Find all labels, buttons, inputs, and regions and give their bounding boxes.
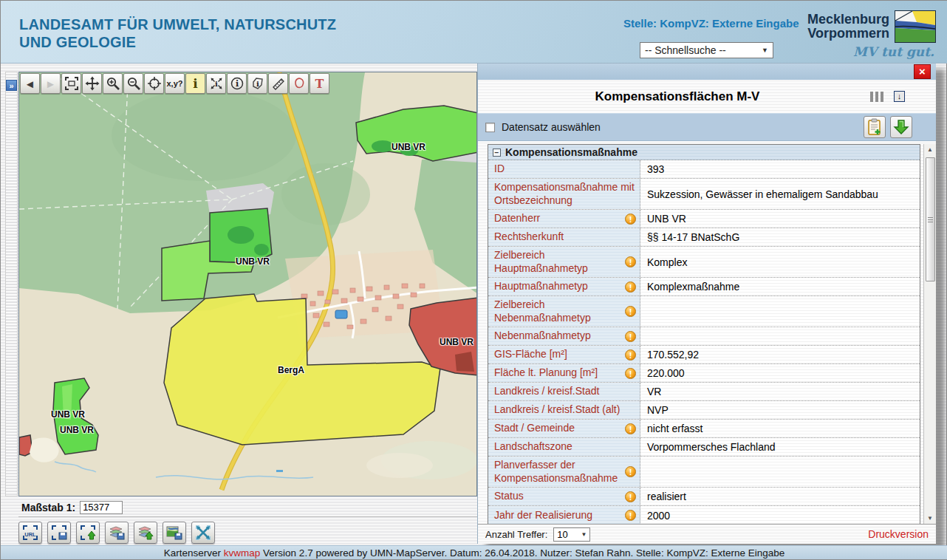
- field-label: Landkreis / kreisf.Stadt (alt): [494, 403, 636, 417]
- warning-icon[interactable]: !: [625, 368, 636, 379]
- field-value: §§ 14-17 BNatSchG: [640, 228, 920, 246]
- field-label: GIS-Fläche [m²]: [494, 348, 622, 361]
- field-label: Hauptmaßnahmetyp: [494, 280, 622, 293]
- map-canvas[interactable]: UNB VRUNB VRBergAUNB VRUNB VRUNB VR: [18, 72, 477, 496]
- coords-icon: x,y?: [166, 79, 182, 88]
- coords-query-button[interactable]: x,y?: [165, 73, 185, 94]
- svg-text:i: i: [256, 80, 259, 88]
- extent-url-button[interactable]: URL: [18, 522, 42, 544]
- clipboard-add-icon: [866, 118, 883, 136]
- back-arrow-icon: ◄: [24, 78, 35, 90]
- form-row: Nebenmaßnahmetyp!: [488, 327, 920, 346]
- columns-icon[interactable]: [870, 92, 883, 102]
- quick-search-select[interactable]: -- Schnellsuche -- ▼: [640, 42, 773, 58]
- zoom-out-icon: [126, 76, 141, 91]
- panel-topbar[interactable]: ×: [478, 64, 936, 80]
- attributes-panel: × Kompensationsflächen M-V ↓ Datensatz a…: [477, 64, 936, 544]
- mv-logo: Mecklenburg Vorpommern MV tut gut.: [807, 10, 936, 59]
- field-label-cell: Hauptmaßnahmetyp!: [488, 278, 640, 296]
- scale-input[interactable]: [80, 501, 123, 514]
- warning-icon[interactable]: !: [625, 306, 636, 317]
- sidebar-expand-button[interactable]: »: [6, 80, 17, 91]
- warning-icon[interactable]: !: [625, 281, 636, 293]
- extent-save-button[interactable]: [47, 522, 71, 544]
- copy-dataset-button[interactable]: [864, 116, 886, 138]
- collapse-panel-icon[interactable]: ↓: [894, 91, 905, 102]
- layers-load-button[interactable]: [134, 522, 157, 544]
- field-label: Zielbereich Hauptmaßnahmetyp: [494, 249, 622, 275]
- close-icon[interactable]: ×: [914, 64, 931, 79]
- map-image: [19, 72, 477, 496]
- map-resize-button[interactable]: [191, 522, 215, 544]
- info-polygon-button[interactable]: i: [247, 73, 267, 94]
- field-label: Planverfasser der Kompensationsmaßnahme: [494, 459, 622, 485]
- history-back-button[interactable]: ◄: [20, 73, 40, 94]
- field-label: Status: [494, 490, 622, 503]
- green-download-icon: [893, 119, 909, 135]
- info-extent-button[interactable]: i: [206, 73, 226, 94]
- warning-icon[interactable]: !: [625, 466, 636, 477]
- print-version-link[interactable]: Druckversion: [868, 528, 929, 540]
- warning-icon[interactable]: !: [625, 256, 636, 267]
- map-resize-icon: [194, 524, 212, 542]
- warning-icon[interactable]: !: [625, 510, 636, 521]
- warning-icon[interactable]: !: [625, 214, 636, 225]
- field-label-cell: Kompensationsmaßnahme mit Ortsbezeichnun…: [488, 179, 640, 209]
- info-query-button[interactable]: i: [185, 73, 205, 94]
- attributes-table: − Kompensationsmaßnahme ID393Kompensatio…: [488, 144, 920, 524]
- scroll-down-icon[interactable]: ▼: [927, 513, 933, 524]
- pan-icon: [85, 76, 100, 91]
- history-forward-button[interactable]: ►: [41, 73, 61, 94]
- info-circle-button[interactable]: i: [227, 73, 247, 94]
- logo-line1: Mecklenburg: [807, 13, 889, 27]
- chevron-down-icon: ▼: [581, 531, 587, 538]
- warning-icon[interactable]: !: [625, 423, 636, 434]
- crosshair-icon: [147, 76, 162, 91]
- center-map-button[interactable]: [144, 73, 164, 94]
- field-label-cell: Nebenmaßnahmetyp!: [488, 327, 640, 345]
- form-row: Landkreis / kreisf.Stadt (alt)NVP: [488, 401, 920, 420]
- field-label: Datenherr: [494, 212, 622, 225]
- section-header: − Kompensationsmaßnahme: [488, 145, 920, 160]
- field-label-cell: Stadt / Gemeinde!: [488, 420, 640, 437]
- svg-text:i: i: [215, 80, 218, 88]
- agency-title: LANDESAMT FÜR UMWELT, NATURSCHUTZ UND GE…: [19, 16, 366, 51]
- panel-header: Kompensationsflächen M-V ↓: [478, 80, 936, 113]
- hits-count-select[interactable]: 10 ▼: [553, 527, 590, 542]
- panel-scrollbar[interactable]: ▲ ▼: [923, 144, 936, 524]
- map-image-save-button[interactable]: [163, 522, 186, 544]
- text-tool-icon: T: [315, 77, 324, 91]
- field-label-cell: Fläche lt. Planung [m²]!: [488, 364, 640, 382]
- field-value: 2000: [640, 506, 920, 524]
- extent-url-icon: URL: [21, 524, 39, 542]
- zoom-out-button[interactable]: [123, 73, 143, 94]
- text-annotation-button[interactable]: T: [310, 73, 329, 94]
- pan-button[interactable]: [82, 73, 102, 94]
- scrollbar-thumb[interactable]: [926, 157, 935, 281]
- warning-icon[interactable]: !: [625, 349, 636, 361]
- zoom-in-icon: [106, 76, 120, 91]
- field-label-cell: ID: [488, 160, 640, 178]
- measure-button[interactable]: [268, 73, 288, 94]
- layers-save-button[interactable]: [105, 522, 129, 544]
- dataset-select-checkbox[interactable]: [485, 123, 495, 132]
- export-download-button[interactable]: [890, 116, 912, 138]
- extent-load-button[interactable]: [76, 522, 100, 544]
- scale-bar: Maßstab 1:: [18, 498, 477, 517]
- footer-brand[interactable]: kvwmap: [224, 547, 261, 559]
- warning-icon[interactable]: !: [625, 331, 636, 342]
- zoom-in-button[interactable]: [103, 73, 123, 94]
- polygon-draw-button[interactable]: [289, 73, 309, 94]
- info-circle-icon: i: [230, 76, 245, 91]
- form-row: Fläche lt. Planung [m²]!220.000: [488, 364, 920, 383]
- field-value: nicht erfasst: [640, 420, 920, 437]
- scroll-up-icon[interactable]: ▲: [927, 144, 933, 155]
- dataset-select-label: Datensatz auswählen: [502, 121, 601, 133]
- field-value: Komplex: [640, 247, 920, 277]
- field-label: Stadt / Gemeinde: [494, 422, 622, 435]
- warning-icon[interactable]: !: [625, 491, 636, 502]
- collapse-section-icon[interactable]: −: [493, 148, 501, 157]
- full-extent-button[interactable]: [61, 73, 81, 94]
- form-row: LandschaftszoneVorpommersches Flachland: [488, 438, 920, 457]
- field-label: Nebenmaßnahmetyp: [494, 329, 622, 343]
